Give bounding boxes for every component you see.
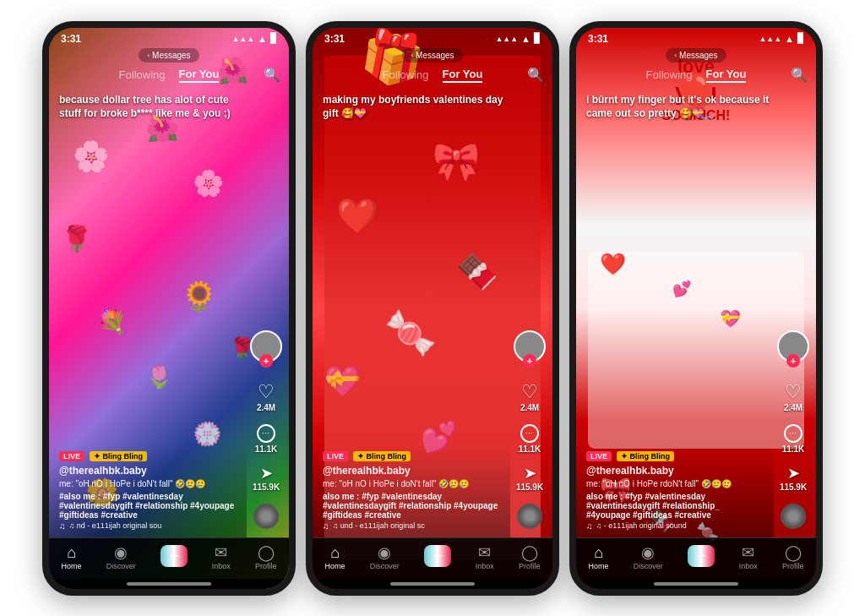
comments-count: 11.1K <box>255 444 278 454</box>
following-tab[interactable]: Following <box>383 68 429 81</box>
top-navigation: Following For You 🔍 <box>49 66 289 84</box>
video-area[interactable]: because dollar tree has alot of cute stu… <box>49 84 289 537</box>
like-icon[interactable]: ♡ <box>521 383 538 401</box>
creator-username[interactable]: @therealhbk.baby <box>323 465 500 477</box>
shares-container[interactable]: ➤ 115.9K <box>253 466 280 492</box>
comments-container[interactable]: 11.1K <box>519 424 541 454</box>
comments-container[interactable]: 11.1K <box>782 424 805 454</box>
home-icon: ⌂ <box>594 545 603 560</box>
nav-discover[interactable]: ◉ Discover <box>370 545 400 570</box>
likes-container[interactable]: ♡ 2.4M <box>257 383 275 412</box>
wifi-icon: ▲ <box>521 34 530 44</box>
like-icon[interactable]: ♡ <box>258 383 275 401</box>
share-icon[interactable]: ➤ <box>787 466 800 481</box>
profile-icon: ◯ <box>785 545 802 560</box>
battery-icon: ▊ <box>797 33 804 44</box>
comments-icon[interactable] <box>257 424 275 443</box>
for-you-tab[interactable]: For You <box>443 68 483 83</box>
video-hashtags: also me : #fyp #valentinesday #valentine… <box>323 492 500 520</box>
comments-container[interactable]: 11.1K <box>255 424 278 454</box>
messages-button[interactable]: ‹ Messages <box>666 48 726 63</box>
add-icon[interactable]: + <box>160 545 188 567</box>
messages-label: Messages <box>679 51 718 60</box>
phone-screen: love you SO MUCH! 🎈 🎀 🍫 🍬 ❤️ 💝 💕 <box>576 28 816 589</box>
messages-button[interactable]: ‹ Messages <box>139 48 199 63</box>
add-icon[interactable]: + <box>688 545 715 567</box>
status-time: 3:31 <box>324 33 345 45</box>
nav-discover[interactable]: ◉ Discover <box>106 545 136 570</box>
likes-count: 2.4M <box>257 403 275 412</box>
profile-label: Profile <box>782 562 804 570</box>
video-area[interactable]: i bûrnt my finger but it's ok because it… <box>576 84 816 537</box>
video-info: LIVE ✦ Bling Bling @therealhbk.baby me: … <box>576 444 774 537</box>
share-icon[interactable]: ➤ <box>524 466 536 481</box>
comments-icon[interactable] <box>520 424 539 443</box>
nav-tabs: Following For You <box>119 68 220 83</box>
sound-row[interactable]: ♫ ♫ nd - e111ijah original sou <box>59 521 237 531</box>
for-you-tab[interactable]: For You <box>179 68 220 83</box>
status-bar: 3:31 ▲▲▲ ▲ ▊ <box>313 28 552 46</box>
following-tab[interactable]: Following <box>119 68 166 81</box>
shares-count: 115.9K <box>253 482 280 492</box>
inbox-icon: ✉ <box>478 545 491 560</box>
following-tab[interactable]: Following <box>646 68 693 81</box>
messages-bar[interactable]: ‹ Messages <box>576 46 816 66</box>
music-disc <box>781 504 806 529</box>
nav-inbox[interactable]: ✉ Inbox <box>476 545 494 570</box>
sound-row[interactable]: ♫ ♫ - e111ijah original sound <box>586 521 764 531</box>
phone-3: love you SO MUCH! 🎈 🎀 🍫 🍬 ❤️ 💝 💕 <box>569 21 823 596</box>
search-button[interactable]: 🔍 <box>791 67 808 83</box>
nav-add[interactable]: + <box>688 545 715 570</box>
nav-add[interactable]: + <box>424 545 451 570</box>
follow-plus-badge[interactable]: + <box>786 354 800 368</box>
nav-profile[interactable]: ◯ Profile <box>782 545 804 570</box>
profile-icon: ◯ <box>258 545 275 560</box>
add-icon[interactable]: + <box>424 545 451 567</box>
nav-discover[interactable]: ◉ Discover <box>634 545 663 570</box>
nav-home[interactable]: ⌂ Home <box>62 545 82 570</box>
signal-icon: ▲▲▲ <box>759 35 781 43</box>
nav-home[interactable]: ⌂ Home <box>325 545 345 570</box>
messages-bar[interactable]: ‹ Messages <box>313 46 552 66</box>
discover-label: Discover <box>634 562 663 570</box>
discover-label: Discover <box>106 562 136 570</box>
video-area[interactable]: making my boyfriends valentines day gift… <box>313 84 552 537</box>
phones-container: 🌸 🌹 💐 🌺 🌷 🌸 🌻 💮 🌼 🌺 🌹 3:31 <box>29 8 836 609</box>
likes-container[interactable]: ♡ 2.4M <box>784 383 802 412</box>
creator-badge: ✦ Bling Bling <box>353 451 411 461</box>
nav-profile[interactable]: ◯ Profile <box>255 545 277 570</box>
right-sidebar: + ♡ 2.4M 11.1K ➤ 115.9K <box>514 330 546 529</box>
messages-button[interactable]: ‹ Messages <box>402 48 462 63</box>
creator-avatar-container[interactable]: + <box>777 330 809 363</box>
follow-plus-badge[interactable]: + <box>523 354 536 368</box>
phone-1: 🌸 🌹 💐 🌺 🌷 🌸 🌻 💮 🌼 🌺 🌹 3:31 <box>42 21 296 596</box>
home-indicator <box>49 579 289 589</box>
search-button[interactable]: 🔍 <box>527 67 544 83</box>
creator-avatar-container[interactable]: + <box>250 330 282 363</box>
creator-avatar-container[interactable]: + <box>514 330 546 363</box>
creator-username[interactable]: @therealhbk.baby <box>586 465 764 477</box>
nav-inbox[interactable]: ✉ Inbox <box>739 545 758 570</box>
video-description: me: "oH nO i HoPe rdoN't fall" 🤣🥲🥲 <box>586 478 764 490</box>
follow-plus-badge[interactable]: + <box>259 354 273 368</box>
for-you-tab[interactable]: For You <box>706 68 747 83</box>
share-icon[interactable]: ➤ <box>260 466 273 481</box>
likes-container[interactable]: ♡ 2.4M <box>520 383 539 412</box>
screen-content: 3:31 ▲▲▲ ▲ ▊ ‹ Messages <box>49 28 289 589</box>
comments-icon[interactable] <box>784 424 802 443</box>
sound-row[interactable]: ♫ ♫ und - e111ijah original sc <box>323 521 500 531</box>
nav-profile[interactable]: ◯ Profile <box>519 545 541 570</box>
bottom-navigation: ⌂ Home ◉ Discover + ✉ Inbox <box>49 537 289 579</box>
phone-screen: 🎁 ❤️ 🍬 🎀 💝 🍫 💕 3:31 ▲▲▲ ▲ ▊ <box>313 28 552 589</box>
like-icon[interactable]: ♡ <box>785 383 802 401</box>
shares-container[interactable]: ➤ 115.9K <box>516 466 543 492</box>
messages-bar[interactable]: ‹ Messages <box>49 46 289 66</box>
nav-home[interactable]: ⌂ Home <box>589 545 609 570</box>
home-label: Home <box>589 562 609 570</box>
nav-add[interactable]: + <box>160 545 188 570</box>
creator-username[interactable]: @therealhbk.baby <box>59 465 237 477</box>
signal-icon: ▲▲▲ <box>231 35 254 43</box>
nav-inbox[interactable]: ✉ Inbox <box>212 545 231 570</box>
shares-container[interactable]: ➤ 115.9K <box>780 466 807 492</box>
search-button[interactable]: 🔍 <box>264 67 280 83</box>
